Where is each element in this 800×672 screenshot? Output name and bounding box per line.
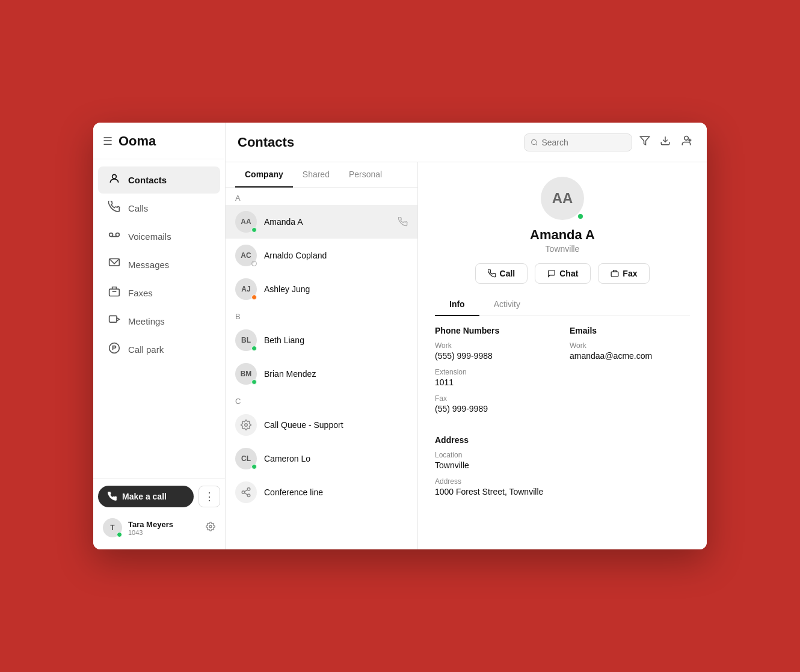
user-avatar: T (103, 518, 122, 537)
user-status-dot (117, 532, 122, 537)
chat-button[interactable]: Chat (535, 263, 591, 284)
header-actions (524, 132, 695, 152)
svg-point-0 (112, 174, 117, 179)
contact-item-call-queue[interactable]: Call Queue - Support (226, 408, 417, 442)
detail-tab-info[interactable]: Info (435, 293, 479, 316)
user-row: T Tara Meyers 1043 (98, 513, 220, 542)
detail-location: Townville (546, 244, 580, 254)
sidebar-item-contacts[interactable]: Contacts (98, 166, 220, 194)
messages-icon (108, 257, 121, 272)
search-box[interactable] (524, 133, 632, 151)
filter-icon (639, 135, 650, 146)
contacts-label: Contacts (128, 175, 167, 185)
contact-avatar-conference-line (235, 481, 257, 503)
detail-tab-activity[interactable]: Activity (479, 293, 535, 316)
add-contact-button[interactable] (678, 132, 695, 152)
work-email-field: Work amandaa@acme.com (570, 341, 690, 361)
section-label-b: B (226, 306, 417, 323)
hamburger-icon[interactable]: ☰ (103, 135, 112, 148)
search-input[interactable] (541, 138, 626, 147)
make-call-button[interactable]: Make a call (98, 486, 194, 507)
address-label: Address (435, 477, 690, 486)
contact-avatar-cameron-lo: CL (235, 448, 257, 469)
sidebar-item-meetings[interactable]: Meetings (98, 308, 220, 335)
svg-point-14 (685, 136, 689, 141)
contacts-list: Company Shared Personal A AA Amanda A (226, 162, 418, 549)
add-contact-icon (680, 135, 692, 147)
tab-shared[interactable]: Shared (293, 162, 339, 188)
contact-item-conference-line[interactable]: Conference line (226, 475, 417, 509)
status-dot-beth (251, 346, 257, 351)
contact-item-beth-liang[interactable]: BL Beth Liang (226, 323, 417, 357)
work-phone-field: Work (555) 999-9988 (435, 341, 555, 361)
sidebar-item-messages[interactable]: Messages (98, 251, 220, 278)
fax-icon (611, 269, 619, 278)
location-label: Location (435, 451, 690, 459)
contact-avatar-arnaldo-copland: AC (235, 245, 257, 266)
address-value: 1000 Forest Street, Townville (435, 487, 690, 496)
contact-item-amanda-a[interactable]: AA Amanda A (226, 205, 417, 239)
contacts-header: Contacts (226, 123, 707, 162)
svg-marker-12 (641, 136, 650, 145)
svg-point-1 (109, 233, 113, 237)
sidebar-item-voicemails[interactable]: Voicemails (98, 223, 220, 250)
svg-line-22 (244, 490, 247, 492)
contact-name-call-queue: Call Queue - Support (264, 420, 408, 430)
make-call-row: Make a call ⋮ (98, 486, 220, 507)
user-extension: 1043 (128, 529, 200, 536)
contact-name-brian-mendez: Brian Mendez (264, 369, 408, 379)
svg-rect-7 (109, 316, 117, 322)
meetings-label: Meetings (128, 316, 165, 326)
work-phone-label: Work (435, 341, 555, 350)
main-area: Contacts C (226, 123, 707, 549)
contact-item-arnaldo-copland[interactable]: AC Arnaldo Copland (226, 239, 417, 272)
call-icon (488, 269, 496, 278)
svg-point-17 (245, 424, 248, 427)
more-options-button[interactable]: ⋮ (198, 486, 220, 507)
tabs-row: Company Shared Personal (226, 162, 417, 188)
work-email-label: Work (570, 341, 690, 350)
section-label-c: C (226, 391, 417, 408)
sidebar-item-callpark[interactable]: Call park (98, 336, 220, 363)
phone-icon-amanda-a (398, 217, 408, 227)
contact-item-ashley-jung[interactable]: AJ Ashley Jung (226, 272, 417, 306)
callpark-label: Call park (128, 344, 164, 355)
call-button[interactable]: Call (475, 263, 528, 284)
tab-company[interactable]: Company (235, 162, 293, 188)
svg-line-21 (244, 493, 247, 495)
fax-number-value: (55) 999-9989 (435, 404, 555, 414)
action-buttons: Call Chat Fax (435, 263, 690, 284)
fax-button[interactable]: Fax (598, 263, 650, 284)
contact-avatar-beth-liang: BL (235, 329, 257, 351)
more-dots-icon: ⋮ (204, 490, 215, 503)
settings-icon[interactable] (206, 522, 215, 534)
extension-label: Extension (435, 368, 555, 376)
sidebar-item-faxes[interactable]: Faxes (98, 279, 220, 307)
address-section: Address Location Townville Address 1000 … (435, 435, 690, 496)
logo-text: Ooma (118, 133, 156, 149)
address-title: Address (435, 435, 690, 445)
contact-item-brian-mendez[interactable]: BM Brian Mendez (226, 357, 417, 391)
sidebar-bottom: Make a call ⋮ T Tara Meyers 1043 (93, 478, 225, 549)
info-grid: Phone Numbers Work (555) 999-9988 Extens… (435, 326, 690, 430)
download-icon (660, 135, 671, 146)
contact-avatar-amanda-a: AA (235, 211, 257, 233)
status-dot-cameron (251, 464, 257, 469)
fax-number-label: Fax (435, 394, 555, 403)
section-label-a: A (226, 188, 417, 205)
app-window: ☰ Ooma Contacts Calls Voicemail (93, 123, 707, 549)
detail-avatar-section: AA Amanda A Townville (435, 177, 690, 254)
detail-name: Amanda A (530, 227, 595, 243)
contact-item-cameron-lo[interactable]: CL Cameron Lo (226, 442, 417, 475)
contact-name-conference-line: Conference line (264, 487, 408, 497)
page-title: Contacts (238, 135, 294, 150)
svg-point-18 (247, 488, 250, 491)
contact-name-amanda-a: Amanda A (264, 217, 391, 227)
status-dot-ashley (251, 295, 257, 300)
filter-button[interactable] (637, 133, 653, 151)
status-dot-arnaldo (251, 261, 257, 266)
download-button[interactable] (657, 133, 673, 151)
sidebar-item-calls[interactable]: Calls (98, 195, 220, 222)
tab-personal[interactable]: Personal (339, 162, 392, 188)
faxes-label: Faxes (128, 288, 153, 298)
